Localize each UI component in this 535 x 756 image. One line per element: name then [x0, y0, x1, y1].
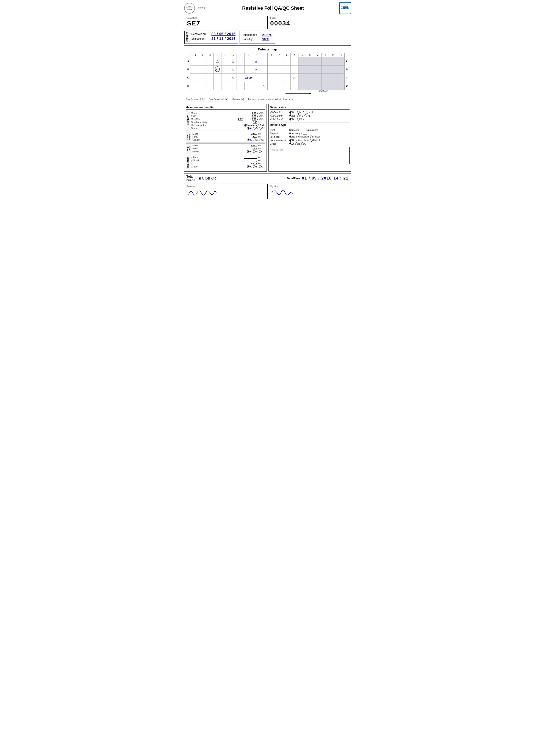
inksqueeze-critical-radio[interactable]: [310, 139, 313, 142]
total-grade-B-radio[interactable]: [205, 177, 208, 180]
cell-C-neg5: △: [229, 73, 237, 82]
sp-mean-label: Mean:: [193, 144, 244, 147]
hv-bad-radio[interactable]: [256, 124, 259, 126]
delivery-box: Delivery Received on 03 / 06 / 2016 Ship…: [184, 31, 238, 44]
dim-eta-unit: mm: [258, 162, 264, 165]
strip-width-label: StripWidth: [186, 132, 191, 142]
inkbleed-noa-radio[interactable]: [289, 136, 292, 138]
size2-lt1-radio[interactable]: [297, 115, 300, 117]
cell-C-neg7: [213, 73, 221, 82]
size3-no-radio[interactable]: [289, 118, 292, 121]
comments-box: Comments: [270, 147, 350, 164]
strip-width-group: StripWidth Mean: 327.6 um RMS: 20.5 um G…: [186, 132, 265, 143]
sw-grade-A-radio[interactable]: [247, 139, 249, 141]
resist-grade-A-radio[interactable]: [247, 127, 249, 129]
defect-size-row2-label: <10×10mm²: [270, 115, 289, 117]
hv-radio-group: Normal Bad: [244, 124, 264, 126]
dim-grade-C-radio[interactable]: [259, 165, 262, 168]
size1-lt10-radio[interactable]: [297, 111, 300, 114]
resistivity-group: Resistivity Mean: 1.31 MΩ/sq. RMS: 0.21 …: [186, 111, 265, 131]
size1-gt10-radio[interactable]: [306, 111, 308, 114]
dim-phishort-row: φ Short: mm: [191, 159, 264, 162]
sp-grade-A-radio[interactable]: [247, 150, 249, 153]
sp-grade-row: Grade: A B C: [193, 150, 264, 153]
sw-grade-C-radio[interactable]: [259, 139, 262, 141]
dim-grade-A-radio[interactable]: [247, 165, 249, 168]
cell-B-2: [275, 65, 283, 73]
defects-type-section: Defects type Dust Removed: ___ Remained:…: [270, 122, 350, 145]
size3-yes-radio[interactable]: [297, 118, 300, 121]
size1-no: No: [289, 111, 296, 114]
col-10: 10: [337, 53, 345, 57]
defect-grade-group: A B C: [289, 143, 306, 145]
datetime-section: Date/Time 01 / 09 / 2016 14 : 21: [287, 176, 349, 180]
hv-bad-option: Bad: [256, 124, 264, 126]
resistivity-rms-unit: MΩ/sq.: [257, 115, 264, 117]
dim-eta-value: 450.3: [244, 162, 257, 165]
datetime-label: Date/Time: [287, 177, 300, 180]
cell-D-neg1: △: [260, 82, 268, 90]
cell-D-neg5: [229, 82, 237, 90]
dimension-group: Dimension φ Long: mm φ Short: mm η: 450.…: [186, 155, 265, 169]
defect-grade-C-label: C: [304, 143, 306, 145]
cell-A-neg7: △: [213, 57, 221, 65]
humidity-row: Humidity 58 %: [242, 38, 272, 41]
size2-gt1-radio[interactable]: [304, 115, 307, 117]
sw-grade-B-radio[interactable]: [253, 139, 256, 141]
sp-grade-C-radio[interactable]: [259, 150, 262, 153]
date-value: 01 / 09 / 2016: [302, 176, 332, 180]
grid-row-B: B △: [186, 65, 349, 73]
total-grade-A-radio[interactable]: [199, 177, 201, 180]
col-neg1: -1: [260, 53, 268, 57]
size1-lt10: <10: [297, 111, 304, 114]
col-9: 9: [329, 53, 337, 57]
received-label: Received on: [191, 33, 210, 36]
inkbleed-critical-radio[interactable]: [310, 136, 313, 138]
size2-no-radio[interactable]: [289, 115, 292, 117]
sp-mean-row: Mean: 425.4 um: [193, 144, 264, 147]
total-grade-C-radio[interactable]: [211, 177, 214, 180]
legend-dust-remained: Dust (remained): [●]: [209, 98, 228, 100]
cell-B-neg9: [198, 65, 206, 73]
cell-B-neg3: [244, 65, 252, 73]
col-8: 8: [322, 53, 329, 57]
row-label-B: B: [186, 65, 190, 73]
cell-A-3: [283, 57, 291, 65]
dim-grade-label: Grade:: [191, 165, 247, 168]
resist-grade-B-radio[interactable]: [253, 127, 256, 129]
sw-grade-A-label: A: [250, 139, 252, 141]
defect-grade-A-radio[interactable]: [289, 143, 292, 145]
defects-map-grid: -10 -9 -8 -7 -6 -5 -4 -3 -2 -1 1 2 3 4 5…: [186, 53, 349, 90]
size2-gt1: >1: [304, 115, 310, 117]
size1-no-radio[interactable]: [289, 111, 292, 114]
col-2: 2: [275, 53, 283, 57]
inksqueeze-noa-radio[interactable]: [289, 139, 292, 142]
resistivity-hv-row: HV connection: Normal Bad: [191, 124, 264, 126]
dim-grade-row: Grade: A B C: [191, 165, 264, 168]
environment-box: Temperature 21.2 °C Humidity 58 %: [239, 31, 275, 44]
resist-grade-C-radio[interactable]: [259, 127, 262, 129]
bottom-section: Measurement results Resistivity Mean: 1.…: [184, 104, 351, 172]
dim-grade-A-label: A: [250, 165, 252, 168]
defect-inkbleed-label: Ink bleed: [270, 136, 289, 138]
cell-B-6: [306, 65, 314, 73]
board-foil-info: Board type SE7 Foil ID 00034: [184, 16, 351, 29]
sp-grade-B-radio[interactable]: [253, 150, 256, 153]
defect-grade-C-radio[interactable]: [301, 143, 304, 145]
shipped-row: Shipped on 21 / 11 / 2016: [191, 37, 236, 41]
defect-grade-B-radio[interactable]: [295, 143, 298, 145]
col-7: 7: [314, 53, 322, 57]
dim-grade-B-radio[interactable]: [253, 165, 256, 168]
dim-grade-group: A B C: [247, 165, 264, 168]
cell-A-9: [329, 57, 337, 65]
size3-yes-label: Yes: [300, 118, 304, 121]
grid-row-A: A △ △ △: [186, 57, 349, 65]
sig2-drawing: [270, 188, 349, 198]
col-neg6: -6: [221, 53, 229, 57]
sw-grade-A: A: [247, 139, 252, 141]
defects-map-title: Defects map: [186, 47, 349, 51]
dim-grade-C-label: C: [262, 165, 264, 168]
resistivity-min-value: 0.91: [243, 118, 256, 121]
row-label-A: A: [186, 57, 190, 65]
hv-normal-radio[interactable]: [244, 124, 247, 126]
